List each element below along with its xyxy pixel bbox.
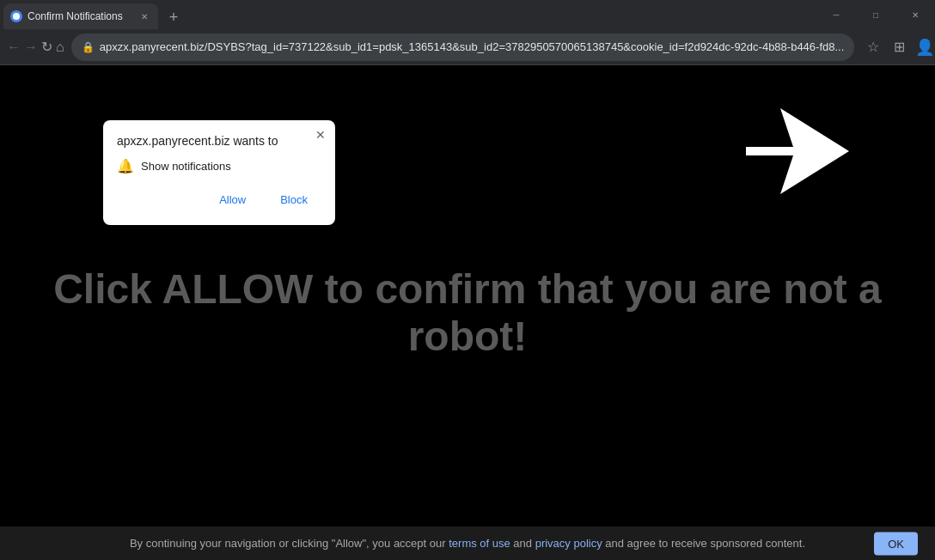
tab-title: Confirm Notifications xyxy=(28,10,132,22)
arrow-container xyxy=(746,108,849,198)
tab-favicon xyxy=(10,10,22,22)
permission-text: Show notifications xyxy=(141,160,231,173)
extensions-button[interactable]: ⊞ xyxy=(887,35,911,59)
browser-window: Confirm Notifications ✕ + ─ □ ✕ ← → ↻ ⌂ … xyxy=(0,0,935,560)
lock-icon: 🔒 xyxy=(82,41,95,53)
home-button[interactable]: ⌂ xyxy=(56,35,64,59)
window-controls: ─ □ ✕ xyxy=(816,0,935,29)
arrow-icon xyxy=(746,108,849,194)
bell-icon: 🔔 xyxy=(117,158,134,174)
bookmark-button[interactable]: ☆ xyxy=(861,35,885,59)
new-tab-button[interactable]: + xyxy=(162,5,186,29)
close-button[interactable]: ✕ xyxy=(895,0,935,29)
profile-button[interactable]: 👤 xyxy=(913,35,935,59)
maximize-button[interactable]: □ xyxy=(856,0,895,29)
popup-site-text: apxzx.panyrecent.biz wants to xyxy=(117,134,321,148)
popup-permission-row: 🔔 Show notifications xyxy=(117,158,321,174)
active-tab[interactable]: Confirm Notifications ✕ xyxy=(3,3,158,29)
popup-buttons: Allow Block xyxy=(117,188,321,211)
svg-marker-1 xyxy=(746,108,849,194)
svg-point-0 xyxy=(13,13,20,20)
block-button[interactable]: Block xyxy=(266,188,321,211)
address-bar[interactable]: 🔒 apxzx.panyrecent.biz/DSYBS?tag_id=7371… xyxy=(71,33,855,61)
footer-text-middle: and xyxy=(510,537,535,550)
footer-bar: By continuing your navigation or clickin… xyxy=(0,527,935,560)
content-area: ✕ apxzx.panyrecent.biz wants to 🔔 Show n… xyxy=(0,65,935,560)
forward-button[interactable]: → xyxy=(24,35,38,59)
tab-close-button[interactable]: ✕ xyxy=(138,9,151,23)
reload-button[interactable]: ↻ xyxy=(41,35,52,59)
minimize-button[interactable]: ─ xyxy=(816,0,856,29)
robot-text: Click ALLOW to confirm that you are not … xyxy=(0,265,935,360)
footer-text-before: By continuing your navigation or clickin… xyxy=(130,537,449,550)
privacy-link[interactable]: privacy policy xyxy=(535,537,602,550)
popup-close-button[interactable]: ✕ xyxy=(313,127,328,143)
ok-button[interactable]: OK xyxy=(874,532,918,555)
address-text: apxzx.panyrecent.biz/DSYBS?tag_id=737122… xyxy=(100,40,845,53)
allow-button[interactable]: Allow xyxy=(205,188,260,211)
toolbar-actions: ☆ ⊞ 👤 ⋮ xyxy=(861,35,935,59)
title-bar: Confirm Notifications ✕ + ─ □ ✕ xyxy=(0,0,935,29)
footer-text-after: and agree to receive sponsored content. xyxy=(602,537,805,550)
terms-link[interactable]: terms of use xyxy=(449,537,510,550)
tab-bar: Confirm Notifications ✕ + xyxy=(0,0,816,29)
back-button[interactable]: ← xyxy=(7,35,21,59)
toolbar: ← → ↻ ⌂ 🔒 apxzx.panyrecent.biz/DSYBS?tag… xyxy=(0,29,935,65)
notification-popup: ✕ apxzx.panyrecent.biz wants to 🔔 Show n… xyxy=(103,120,335,225)
